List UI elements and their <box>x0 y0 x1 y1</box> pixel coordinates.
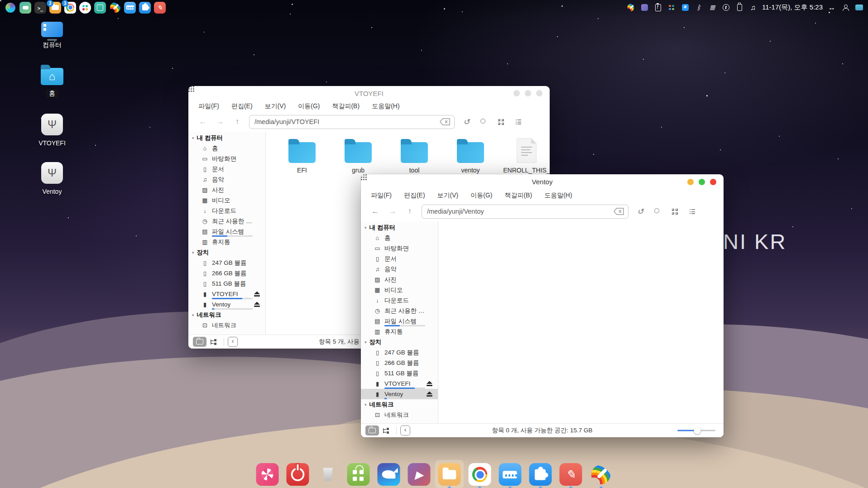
messenger-icon[interactable] <box>124 2 136 14</box>
minimize-button[interactable] <box>513 90 520 96</box>
security-tray-icon[interactable] <box>721 3 730 13</box>
messenger-icon[interactable] <box>499 463 521 486</box>
sidebar-item[interactable]: ▾ ▯ 문서 <box>361 254 438 264</box>
sidebar-item[interactable]: ▾ ▯ 247 GB 볼륨 <box>188 258 265 268</box>
search-icon[interactable] <box>652 206 663 217</box>
forward-button[interactable]: → <box>215 117 225 126</box>
EFI[interactable]: EFI <box>274 138 330 174</box>
titlebar[interactable]: VTOYEFI <box>188 86 550 100</box>
hamonikr-menu-icon[interactable] <box>5 2 16 14</box>
sidebar-item[interactable]: ▾ ▮ VTOYEFI <box>361 378 438 389</box>
purple-app-tray-icon[interactable] <box>640 3 649 13</box>
sidebar-item[interactable]: ▾ ▥ 휴지통 <box>361 326 438 337</box>
menu-item[interactable]: 책갈피(B) <box>504 191 532 200</box>
ventoy[interactable]: ventoy <box>442 138 499 174</box>
whale-browser-icon[interactable] <box>377 463 400 486</box>
address-bar[interactable]: /media/yunji/VTOYEFI <box>249 115 455 129</box>
sidebar-item[interactable]: ▾ ▦ 비디오 <box>188 195 265 206</box>
sidebar-item[interactable]: ▾ ⊡ 네트워크 <box>188 320 265 330</box>
pinwheel-app-icon[interactable] <box>256 463 278 486</box>
sidebar-item[interactable]: ▾ ⌂ 홈 <box>361 233 438 243</box>
chrome-icon[interactable]: 3 <box>64 2 76 14</box>
close-button[interactable] <box>536 90 542 96</box>
menu-item[interactable]: 파일(F) <box>198 102 219 110</box>
puzzle-app-icon[interactable] <box>139 2 151 14</box>
zoom-slider-handle[interactable] <box>694 427 700 434</box>
sidebar-item[interactable]: ▾ ◷ 최근 사용한 … <box>188 216 265 226</box>
eject-icon[interactable] <box>254 302 260 307</box>
app-store-icon[interactable] <box>347 463 369 486</box>
address-bar[interactable]: /media/yunji/Ventoy <box>422 205 628 219</box>
sidebar-item[interactable]: ▾ ▮ Ventoy <box>361 389 438 399</box>
menu-item[interactable]: 도움말(H) <box>544 191 572 200</box>
network-arrows-icon[interactable] <box>827 3 836 13</box>
sidebar-item[interactable]: ▾ ↓ 다운로드 <box>188 206 265 216</box>
eject-icon[interactable] <box>427 392 432 397</box>
view-list-icon[interactable] <box>513 116 523 127</box>
sidebar-item[interactable]: ▾ 장치 <box>361 337 438 347</box>
notes-icon[interactable] <box>559 463 582 486</box>
sidebar-item[interactable]: ▾ 내 컴퓨터 <box>361 222 438 233</box>
menu-item[interactable]: 파일(F) <box>371 191 392 200</box>
display-icon[interactable] <box>854 3 863 13</box>
sidebar-item[interactable]: ▾ ▦ 비디오 <box>361 285 438 295</box>
clock[interactable]: 11-17(목), 오후 5:23 <box>762 3 823 12</box>
tool[interactable]: tool <box>386 138 442 174</box>
menu-item[interactable]: 이동(G) <box>470 191 492 200</box>
clear-icon[interactable] <box>614 208 624 215</box>
sidebar-item[interactable]: ▾ ▮ Ventoy <box>188 299 265 310</box>
refresh-icon[interactable] <box>461 116 472 127</box>
menu-item[interactable]: 보기(V) <box>437 191 459 200</box>
sidebar-item[interactable]: ▾ ▤ 파일 시스템 <box>188 226 265 237</box>
file-manager-icon[interactable]: 3 <box>49 2 61 14</box>
view-compact-icon[interactable] <box>704 206 715 217</box>
eject-icon[interactable] <box>254 292 260 297</box>
grub[interactable]: grub <box>330 138 386 174</box>
desktop-icon-computer[interactable]: 컴퓨터 <box>32 22 72 49</box>
music-tray-icon[interactable] <box>748 3 758 13</box>
sidebar-item[interactable]: ▾ ↓ 다운로드 <box>361 295 438 306</box>
view-compact-icon[interactable] <box>530 116 541 127</box>
usb-tray-icon[interactable] <box>735 3 744 13</box>
sidebar-item[interactable]: ▾ ▨ 사진 <box>361 274 438 285</box>
colors-tray-icon[interactable] <box>667 3 676 13</box>
notes-icon[interactable] <box>154 2 166 14</box>
sidebar-item[interactable]: ▾ ▯ 문서 <box>188 164 265 174</box>
sidebar-item[interactable]: ▾ 장치 <box>188 247 265 258</box>
sidebar-item[interactable]: ▾ ▯ 511 GB 볼륨 <box>188 278 265 289</box>
minimize-button[interactable] <box>687 179 694 185</box>
menu-item[interactable]: 책갈피(B) <box>332 102 360 110</box>
trash-icon[interactable] <box>317 463 339 486</box>
sidebar-item[interactable]: ▾ ▥ 휴지통 <box>188 237 265 247</box>
paint-tool-icon[interactable] <box>590 463 612 486</box>
eject-icon[interactable] <box>427 381 432 386</box>
desktop-icon-home[interactable]: 홈 <box>32 65 72 98</box>
titlebar[interactable]: Ventoy <box>361 174 724 190</box>
menu-item[interactable]: 편집(E) <box>231 102 253 110</box>
green-app-icon[interactable] <box>19 2 31 14</box>
notes-tray-icon[interactable] <box>708 3 717 13</box>
paint-tray-icon[interactable] <box>626 3 635 13</box>
sidebar-item[interactable]: ▾ ▨ 사진 <box>188 185 265 195</box>
puzzle-app-icon[interactable] <box>529 463 551 486</box>
clipboard-tray-icon[interactable] <box>653 3 662 13</box>
maximize-button[interactable] <box>699 179 705 185</box>
video-player-icon[interactable] <box>408 463 430 486</box>
screen-capture-icon[interactable] <box>94 2 106 14</box>
terminal-icon[interactable] <box>34 2 46 14</box>
sidebar-item[interactable]: ▾ ♫ 음악 <box>188 174 265 185</box>
sidebar-item[interactable]: ▾ 내 컴퓨터 <box>188 133 265 143</box>
sidebar-item[interactable]: ▾ ▯ 247 GB 볼륨 <box>361 347 438 358</box>
back-button[interactable]: ← <box>197 117 208 126</box>
back-button[interactable]: ← <box>370 207 381 216</box>
desktop-icon-ventoy[interactable]: Ventoy <box>32 162 72 195</box>
menu-item[interactable]: 편집(E) <box>404 191 425 200</box>
sidebar-item[interactable]: ▾ ▭ 바탕화면 <box>361 243 438 254</box>
sidebar-item[interactable]: ▾ 네트워크 <box>361 399 438 410</box>
zoom-slider[interactable] <box>677 430 715 431</box>
user-icon[interactable] <box>841 3 850 13</box>
search-icon[interactable] <box>478 116 489 127</box>
menu-item[interactable]: 보기(V) <box>265 102 286 110</box>
sidebar-item[interactable]: ▾ ♫ 음악 <box>361 264 438 274</box>
up-button[interactable]: ↑ <box>404 207 415 216</box>
